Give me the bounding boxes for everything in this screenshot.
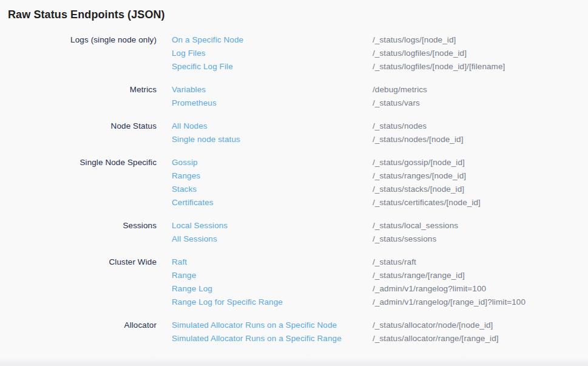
endpoint-link[interactable]: Range [172,269,373,282]
section-category: Allocator [0,319,157,332]
endpoint-link[interactable]: Stacks [172,183,373,196]
endpoint-path: /_status/allocator/node/[node_id] [373,319,499,332]
endpoint-section: AllocatorSimulated Allocator Runs on a S… [0,319,588,345]
endpoint-paths-column: /_status/local_sessions/_status/sessions [373,219,458,246]
endpoint-link[interactable]: Certificates [172,196,373,209]
endpoint-section: Cluster WideRaftRangeRange LogRange Log … [0,256,588,309]
endpoint-path: /_status/ranges/[node_id] [373,169,481,183]
endpoint-path: /_status/range/[range_id] [373,269,525,282]
section-category: Cluster Wide [0,256,157,269]
endpoint-link[interactable]: Variables [172,83,373,97]
endpoint-links-column: Simulated Allocator Runs on a Specific N… [157,319,373,345]
endpoints-table: Logs (single node only)On a Specific Nod… [0,33,588,345]
endpoint-link[interactable]: All Sessions [172,232,373,246]
endpoint-link[interactable]: On a Specific Node [172,33,373,47]
section-category: Sessions [0,219,157,232]
endpoint-paths-column: /_status/allocator/node/[node_id]/_statu… [373,319,499,345]
endpoint-link[interactable]: Ranges [172,169,373,183]
endpoint-path: /_status/nodes [373,120,464,133]
endpoint-links-column: GossipRangesStacksCertificates [157,156,373,209]
endpoint-link[interactable]: Simulated Allocator Runs on a Specific R… [172,332,373,345]
endpoint-path: /_status/logs/[node_id] [373,33,505,47]
endpoint-link[interactable]: Gossip [172,156,373,169]
endpoint-paths-column: /_status/gossip/[node_id]/_status/ranges… [373,156,481,209]
endpoint-links-column: VariablesPrometheus [157,83,373,110]
endpoint-path: /_status/stacks/[node_id] [373,183,481,196]
endpoint-link[interactable]: Range Log [172,282,373,296]
endpoint-path: /_admin/v1/rangelog/[range_id]?limit=100 [373,296,525,309]
endpoint-path: /_admin/v1/rangelog?limit=100 [373,282,525,296]
endpoint-link[interactable]: Single node status [172,133,373,146]
endpoint-section: Logs (single node only)On a Specific Nod… [0,33,588,73]
endpoint-link[interactable]: Local Sessions [172,219,373,232]
endpoint-link[interactable]: All Nodes [172,120,373,133]
endpoint-path: /debug/metrics [373,83,427,97]
endpoint-path: /_status/nodes/[node_id] [373,133,464,146]
endpoint-link[interactable]: Prometheus [172,97,373,110]
endpoint-link[interactable]: Raft [172,256,373,269]
endpoint-section: MetricsVariablesPrometheus/debug/metrics… [0,83,588,110]
endpoint-path: /_status/gossip/[node_id] [373,156,481,169]
endpoint-link[interactable]: Range Log for Specific Range [172,296,373,309]
endpoint-path: /_status/sessions [373,232,458,246]
endpoint-path: /_status/logfiles/[node_id]/[filename] [373,60,505,73]
section-category: Logs (single node only) [0,33,157,47]
endpoint-paths-column: /_status/nodes/_status/nodes/[node_id] [373,120,464,146]
endpoint-path: /_status/logfiles/[node_id] [373,47,505,60]
endpoint-links-column: On a Specific NodeLog FilesSpecific Log … [157,33,373,73]
endpoint-section: SessionsLocal SessionsAll Sessions/_stat… [0,219,588,246]
endpoint-section: Node StatusAll NodesSingle node status/_… [0,120,588,146]
section-category: Single Node Specific [0,156,157,169]
endpoint-path: /_status/certificates/[node_id] [373,196,481,209]
section-category: Metrics [0,83,157,97]
endpoint-link[interactable]: Simulated Allocator Runs on a Specific N… [172,319,373,332]
endpoint-path: /_status/vars [373,97,427,110]
endpoint-paths-column: /debug/metrics/_status/vars [373,83,427,110]
endpoint-links-column: All NodesSingle node status [157,120,373,146]
endpoint-section: Single Node SpecificGossipRangesStacksCe… [0,156,588,209]
section-category: Node Status [0,120,157,133]
page-title: Raw Status Endpoints (JSON) [0,0,588,22]
endpoint-links-column: Local SessionsAll Sessions [157,219,373,246]
endpoint-paths-column: /_status/logs/[node_id]/_status/logfiles… [373,33,505,73]
endpoint-path: /_status/raft [373,256,525,269]
endpoint-paths-column: /_status/raft/_status/range/[range_id]/_… [373,256,525,309]
endpoint-link[interactable]: Log Files [172,47,373,60]
endpoint-path: /_status/allocator/range/[range_id] [373,332,499,345]
endpoint-link[interactable]: Specific Log File [172,60,373,73]
footer-fade [0,358,588,366]
endpoint-path: /_status/local_sessions [373,219,458,232]
endpoint-links-column: RaftRangeRange LogRange Log for Specific… [157,256,373,309]
